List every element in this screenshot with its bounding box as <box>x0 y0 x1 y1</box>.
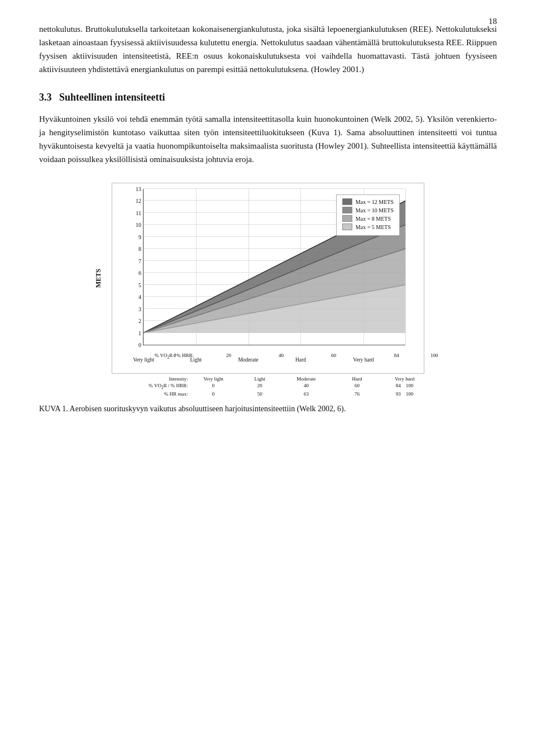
page-number: 18 <box>489 17 497 26</box>
legend-label-5: Max = 5 METS <box>356 224 391 230</box>
y-tick-0: 0 <box>131 342 141 348</box>
hrmax-93-100: 93 100 <box>385 391 424 397</box>
legend-item-5: Max = 5 METS <box>342 224 394 230</box>
intensity-light: Light <box>237 376 283 382</box>
legend-color-12 <box>342 198 352 205</box>
legend-item-12: Max = 12 METS <box>342 198 394 205</box>
intro-paragraph: nettokulutus. Bruttokulutuksella tarkoit… <box>39 22 497 76</box>
vo2r-label: % VO2R / % HRR: <box>143 353 196 360</box>
hrmax-key: % HR max: <box>142 391 190 397</box>
x-axis-block: % VO2R / % HRR: 0 20 40 60 84 100 <box>143 353 418 361</box>
legend-label-10: Max = 10 METS <box>356 207 394 213</box>
intensity-moderate: Moderate <box>283 376 329 382</box>
legend-color-8 <box>342 215 352 222</box>
vo2r-40: 40 <box>283 383 329 390</box>
y-tick-12: 12 <box>131 198 141 204</box>
vo2r-row: % VO2R / % HRR: 0 20 40 60 84 100 <box>143 353 418 360</box>
legend-color-10 <box>342 207 352 213</box>
y-axis-label: METS <box>94 269 103 288</box>
section-title: Suhteellinen intensiteetti <box>59 92 165 103</box>
intensity-hard: Hard <box>329 376 385 382</box>
legend-item-8: Max = 8 METS <box>342 215 394 222</box>
y-tick-4: 4 <box>131 294 141 300</box>
y-tick-11: 11 <box>131 210 141 216</box>
vo2r-20: 20 <box>237 383 283 390</box>
legend-color-5 <box>342 224 352 230</box>
section-heading: 3.3 Suhteellinen intensiteetti <box>39 92 497 103</box>
intensity-veryhard: Very hard <box>385 376 424 382</box>
y-tick-3: 3 <box>131 306 141 312</box>
figure-caption: KUVA 1. Aerobisen suorituskyvyn vaikutus… <box>39 403 497 415</box>
y-tick-2: 2 <box>131 318 141 324</box>
vo2r-0: 0 <box>190 383 236 390</box>
vo2r-60: 60 <box>329 383 385 390</box>
y-tick-9: 9 <box>131 234 141 240</box>
intensity-key: Intensity: <box>142 376 190 382</box>
x-sub-labels-container: Intensity: Very light Light Moderate Har… <box>112 376 424 393</box>
y-tick-5: 5 <box>131 282 141 288</box>
y-tick-8: 8 <box>131 246 141 252</box>
legend-item-10: Max = 10 METS <box>342 207 394 213</box>
chart-area: 0 1 2 3 4 5 6 7 8 9 10 11 12 13 <box>143 189 405 345</box>
intensity-row: Intensity: Very light Light Moderate Har… <box>142 376 424 382</box>
hrmax-0: 0 <box>190 391 236 397</box>
vo2r-84-100: 84 100 <box>385 383 424 390</box>
legend-label-8: Max = 8 METS <box>356 216 391 222</box>
hrmax-63: 63 <box>283 391 329 397</box>
intensity-verylight: Very light <box>190 376 236 382</box>
chart-container: METS 0 1 2 3 4 5 6 7 8 9 10 11 12 13 <box>112 183 424 393</box>
hrmax-50: 50 <box>237 391 283 397</box>
y-tick-13: 13 <box>131 186 141 192</box>
hrmax-76: 76 <box>329 391 385 397</box>
legend-label-12: Max = 12 METS <box>356 199 394 205</box>
section-number: 3.3 <box>39 92 52 103</box>
section-paragraph: Hyväkuntoinen yksilö voi tehdä enemmän t… <box>39 112 497 166</box>
y-tick-1: 1 <box>131 330 141 336</box>
vo2r-key: % VO2R / % HRR: <box>142 383 190 390</box>
y-tick-7: 7 <box>131 258 141 264</box>
y-tick-6: 6 <box>131 270 141 276</box>
legend: Max = 12 METS Max = 10 METS Max = 8 METS… <box>336 194 400 236</box>
hrmax-row: % HR max: 0 50 63 76 93 100 <box>142 391 424 397</box>
chart-outer: METS 0 1 2 3 4 5 6 7 8 9 10 11 12 13 <box>112 183 424 374</box>
vo2r-row-below: % VO2R / % HRR: 0 20 40 60 84 100 <box>142 383 424 390</box>
y-tick-10: 10 <box>131 222 141 228</box>
